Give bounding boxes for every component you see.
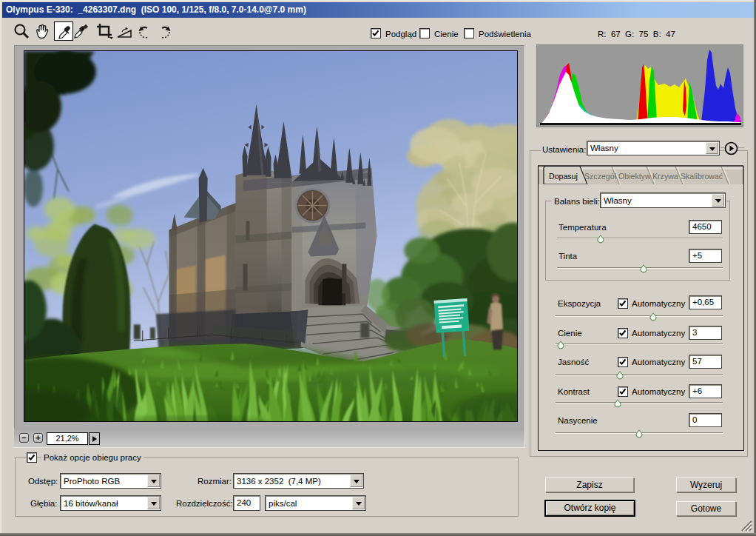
- svg-text:Szczegół: Szczegół: [584, 172, 617, 181]
- svg-text:Dopasuj: Dopasuj: [549, 172, 578, 181]
- svg-text:Obiektyw: Obiektyw: [618, 172, 651, 181]
- svg-text:Skalibrować: Skalibrować: [681, 172, 723, 181]
- svg-text:Krzywa: Krzywa: [652, 172, 678, 181]
